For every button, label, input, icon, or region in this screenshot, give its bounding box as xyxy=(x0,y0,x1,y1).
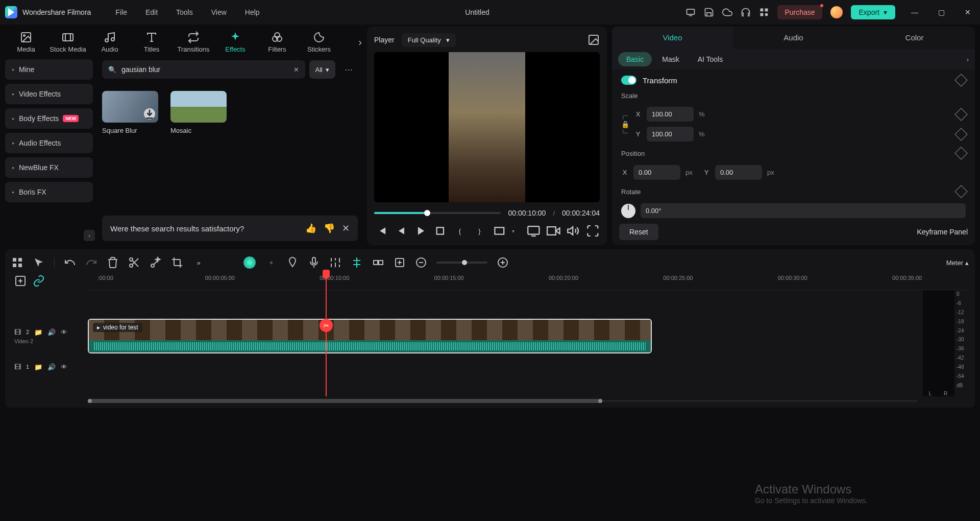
play-reverse-button[interactable] xyxy=(394,224,408,238)
cut-icon[interactable] xyxy=(128,256,140,269)
align-icon[interactable] xyxy=(351,256,363,269)
search-input[interactable] xyxy=(121,65,288,74)
zoom-slider[interactable] xyxy=(436,262,487,264)
undo-icon[interactable] xyxy=(64,256,76,269)
snapshot-icon[interactable] xyxy=(587,34,600,46)
zoom-in-icon[interactable] xyxy=(497,256,509,269)
subtab-ai-tools[interactable]: AI Tools xyxy=(690,52,731,66)
scrub-thumb[interactable] xyxy=(424,210,430,216)
play-button[interactable] xyxy=(413,224,427,238)
tab-color[interactable]: Color xyxy=(854,27,975,49)
sidebar-item-audio-effects[interactable]: ▸Audio Effects xyxy=(5,133,93,153)
menu-edit[interactable]: Edit xyxy=(145,8,158,16)
result-square-blur[interactable]: Square Blur xyxy=(102,91,158,134)
volume-icon[interactable] xyxy=(567,224,580,238)
transform-toggle[interactable] xyxy=(621,76,636,85)
apps-icon[interactable] xyxy=(759,7,769,17)
scale-y-input[interactable] xyxy=(647,127,694,141)
thumbs-up-icon[interactable]: 👍 xyxy=(305,223,316,234)
clear-search-icon[interactable]: ✕ xyxy=(293,66,299,74)
menu-help[interactable]: Help xyxy=(245,8,260,16)
folder-icon[interactable]: 📁 xyxy=(34,328,42,336)
scrubber[interactable] xyxy=(374,212,501,214)
cloud-icon[interactable] xyxy=(722,7,732,17)
keyframe-panel-button[interactable]: Keyframe Panel xyxy=(917,228,968,236)
mixer-icon[interactable] xyxy=(329,256,341,269)
tab-stock-media[interactable]: Stock Media xyxy=(47,31,89,53)
transform-keyframe[interactable] xyxy=(954,74,967,86)
menu-file[interactable]: File xyxy=(115,8,127,16)
tabs-scroll-right[interactable]: › xyxy=(358,36,362,48)
download-icon[interactable] xyxy=(144,108,155,120)
reset-button[interactable]: Reset xyxy=(619,224,658,240)
tab-titles[interactable]: Titles xyxy=(131,31,173,53)
tab-video[interactable]: Video xyxy=(612,27,733,49)
visibility-icon[interactable]: 👁 xyxy=(61,328,67,336)
tab-audio[interactable]: Audio xyxy=(733,27,854,49)
add-marker-icon[interactable] xyxy=(394,256,406,269)
rotate-dial[interactable] xyxy=(621,204,635,218)
tab-transitions[interactable]: Transitions xyxy=(173,31,214,53)
playhead[interactable]: ✂ xyxy=(326,272,327,396)
save-icon[interactable] xyxy=(704,7,714,17)
mute-icon[interactable]: 🔊 xyxy=(47,363,56,371)
mark-in-button[interactable]: { xyxy=(453,224,467,238)
quality-dropdown[interactable]: Full Quality▾ xyxy=(402,33,456,47)
purchase-button[interactable]: Purchase xyxy=(777,5,822,19)
visibility-icon[interactable]: 👁 xyxy=(61,363,67,371)
playhead-handle[interactable] xyxy=(323,270,330,279)
zoom-out-icon[interactable] xyxy=(415,256,427,269)
menu-view[interactable]: View xyxy=(211,8,227,16)
position-keyframe[interactable] xyxy=(954,147,967,159)
rotate-input[interactable] xyxy=(641,203,966,218)
tab-media[interactable]: Media xyxy=(5,31,47,53)
export-button[interactable]: Export▾ xyxy=(851,5,895,19)
playhead-cut-button[interactable]: ✂ xyxy=(320,319,333,332)
cursor-icon[interactable] xyxy=(33,256,45,269)
scale-x-keyframe[interactable] xyxy=(954,108,967,121)
user-avatar[interactable] xyxy=(830,6,843,18)
camera-icon[interactable] xyxy=(547,224,560,238)
thumbs-down-icon[interactable]: 👎 xyxy=(324,223,335,234)
sidebar-item-boris-fx[interactable]: ▸Boris FX xyxy=(5,182,93,202)
folder-icon[interactable]: 📁 xyxy=(34,363,42,371)
marker-icon[interactable] xyxy=(286,256,299,269)
sidebar-item-body-effects[interactable]: ▸Body EffectsNEW xyxy=(5,108,93,129)
stop-button[interactable] xyxy=(433,224,447,238)
pos-x-input[interactable] xyxy=(633,165,680,180)
pos-y-input[interactable] xyxy=(715,165,762,180)
tab-effects[interactable]: Effects xyxy=(214,31,256,53)
delete-icon[interactable] xyxy=(107,256,119,269)
mark-out-button[interactable]: } xyxy=(473,224,486,238)
scale-y-keyframe[interactable] xyxy=(954,128,967,140)
window-minimize[interactable]: ― xyxy=(908,5,922,19)
layout-icon[interactable] xyxy=(11,256,23,269)
display-icon[interactable] xyxy=(527,224,541,238)
sidebar-collapse-button[interactable]: ‹ xyxy=(84,230,95,241)
chevron-down-icon[interactable]: ▾ xyxy=(512,228,514,234)
filter-dropdown[interactable]: All▾ xyxy=(309,60,335,79)
redo-icon[interactable] xyxy=(85,256,97,269)
tab-stickers[interactable]: Stickers xyxy=(298,31,340,53)
window-maximize[interactable]: ▢ xyxy=(934,5,948,19)
result-mosaic[interactable]: Mosaic xyxy=(170,91,227,134)
sidebar-item-newblue-fx[interactable]: ▸NewBlue FX xyxy=(5,157,93,178)
video-preview[interactable] xyxy=(374,52,600,202)
ratio-dropdown[interactable] xyxy=(493,224,506,238)
screen-icon[interactable] xyxy=(685,7,696,17)
subtab-basic[interactable]: Basic xyxy=(618,52,652,66)
fullscreen-icon[interactable] xyxy=(586,224,600,238)
subtab-mask[interactable]: Mask xyxy=(654,52,687,66)
close-icon[interactable]: ✕ xyxy=(342,223,350,234)
menu-tools[interactable]: Tools xyxy=(176,8,193,16)
prev-frame-button[interactable] xyxy=(374,224,388,238)
scale-x-input[interactable] xyxy=(647,107,694,122)
rotate-keyframe[interactable] xyxy=(954,185,967,198)
mic-icon[interactable] xyxy=(308,256,320,269)
sidebar-item-video-effects[interactable]: ▸Video Effects xyxy=(5,84,93,104)
track-add-icon[interactable] xyxy=(14,275,27,287)
timeline-ruler[interactable]: :00:00 00:00:05:00 00:00:10:00 00:00:15:… xyxy=(88,272,969,290)
meter-label[interactable]: Meter▴ xyxy=(946,259,969,267)
window-close[interactable]: ✕ xyxy=(961,5,975,19)
tab-filters[interactable]: Filters xyxy=(256,31,298,53)
